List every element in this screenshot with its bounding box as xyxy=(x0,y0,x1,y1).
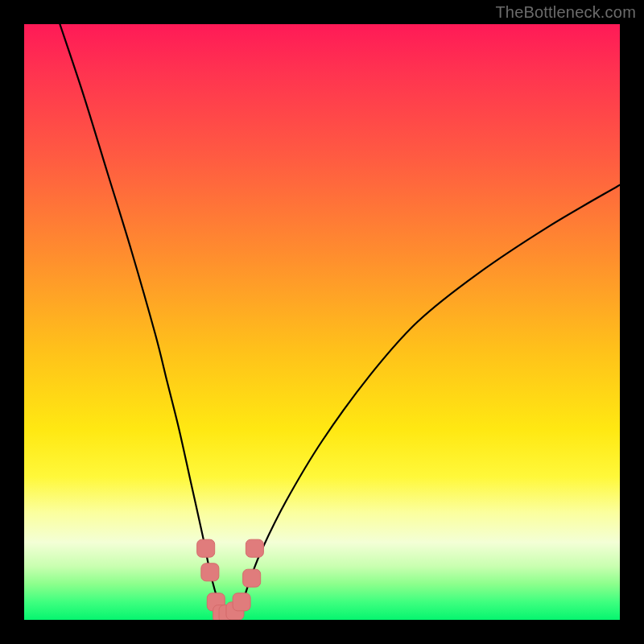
curve-marker xyxy=(233,593,250,611)
curve-marker xyxy=(197,539,215,557)
curve-markers xyxy=(197,539,264,620)
curve-marker xyxy=(201,564,219,581)
curve-marker xyxy=(246,539,263,557)
bottleneck-curve xyxy=(60,24,620,615)
plot-area xyxy=(24,24,620,620)
watermark-text: TheBottleneck.com xyxy=(495,3,636,22)
curve-marker xyxy=(243,569,261,587)
chart-frame: TheBottleneck.com xyxy=(0,0,644,644)
chart-svg xyxy=(24,24,620,620)
